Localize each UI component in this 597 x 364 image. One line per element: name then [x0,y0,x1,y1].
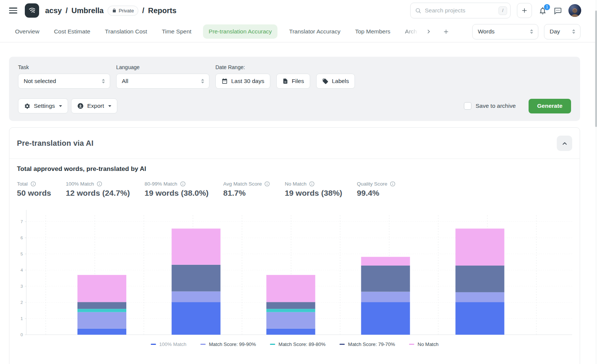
create-project-button[interactable] [517,3,532,18]
caret-down-icon [108,105,111,107]
legend-label: Match Score: 89-80% [279,341,326,347]
breadcrumb-separator: / [66,6,68,15]
chart-section-title: Total approved words, pre-translated by … [17,165,572,173]
info-icon[interactable] [264,181,270,187]
language-filter-value: All [122,78,128,85]
breadcrumb-page: Reports [148,6,177,15]
save-to-archive-checkbox[interactable] [464,102,471,110]
period-select[interactable]: Day [544,24,580,39]
stat-value: 81.7% [223,189,270,198]
top-bar-actions: / 1 [410,3,581,18]
unit-select[interactable]: Words [472,24,538,39]
report-card-title: Pre-translation via AI [17,139,94,148]
breadcrumb: acsy / Umbrella Private / Reports [45,6,176,16]
stat-value: 19 words (38.0%) [144,189,208,198]
date-range-label: Date Range: [215,64,355,70]
task-filter-select[interactable]: Not selected [18,74,110,89]
svg-text:7: 7 [21,219,23,224]
tab-pre-translation-accuracy[interactable]: Pre-translation Accuracy [203,24,277,39]
messages-button[interactable] [553,6,562,15]
stat-avg-match-score: Avg Match Score 81.7% [223,181,270,198]
export-dropdown-button[interactable]: Export [71,98,117,113]
period-select-value: Day [550,28,560,35]
chart-svg: 01234567 [17,207,572,338]
legend-label: No Match [418,341,439,347]
stat-label: 80-99% Match [144,181,177,187]
tab-cost-estimate[interactable]: Cost Estimate [54,28,90,35]
sort-arrows-icon [572,29,576,34]
legend-swatch [200,344,206,345]
hamburger-menu-icon[interactable] [9,8,17,14]
tab-translation-cost[interactable]: Translation Cost [105,28,147,35]
calendar-icon [221,78,228,85]
app-logo[interactable] [25,3,39,18]
tab-archive-truncated[interactable]: Arch [405,28,419,35]
svg-text:4: 4 [21,268,23,272]
tab-translator-accuracy[interactable]: Translator Accuracy [289,28,340,35]
legend-item[interactable]: Match Score: 99-90% [200,341,256,347]
generate-button[interactable]: Generate [529,99,571,113]
settings-dropdown-button[interactable]: Settings [18,98,68,113]
user-avatar[interactable] [568,4,581,17]
info-icon[interactable] [97,181,102,187]
save-to-archive-label: Save to archive [476,103,516,109]
legend-swatch [409,344,414,345]
stat-no-match: No Match 19 words (38%) [285,181,342,198]
breadcrumb-project[interactable]: Umbrella [71,6,104,15]
chevron-up-icon [561,140,568,147]
info-icon[interactable] [390,181,395,187]
notifications-button[interactable]: 1 [538,6,547,15]
stat-value: 19 words (38%) [285,189,342,198]
report-tabs: Overview Cost Estimate Translation Cost … [15,24,419,39]
lock-icon [112,8,117,13]
info-icon[interactable] [30,181,36,187]
task-filter-label: Task [18,64,110,70]
files-filter-button[interactable]: Files [276,74,310,89]
task-filter: Task Not selected [18,64,110,89]
sort-arrows-icon [530,29,533,34]
tag-icon [322,78,329,85]
date-range-button[interactable]: Last 30 days [215,74,270,89]
avatar-silhouette [568,6,581,17]
labels-filter-button[interactable]: Labels [316,74,355,89]
stat-label: Quality Score [357,181,387,187]
svg-text:1: 1 [21,316,23,321]
scrollbar-thumb[interactable] [595,11,597,127]
tab-time-spent[interactable]: Time Spent [162,28,191,35]
date-range-value: Last 30 days [231,78,264,85]
legend-item[interactable]: Match Score: 79-70% [339,341,395,347]
breadcrumb-org[interactable]: acsy [45,6,62,15]
legend-swatch [151,344,156,345]
add-report-tab-button[interactable] [443,29,449,35]
language-filter-select[interactable]: All [116,74,209,89]
search-icon [415,8,421,14]
page-scrollbar[interactable] [595,0,597,364]
export-button-label: Export [87,103,104,109]
language-filter: Language All [116,64,209,89]
notification-count-badge: 1 [544,4,550,10]
legend-item[interactable]: 100% Match [151,341,186,347]
svg-text:6: 6 [21,236,23,240]
legend-swatch [270,344,275,345]
chat-icon [553,6,562,15]
unit-select-value: Words [478,28,495,35]
search-box[interactable]: / [410,3,511,18]
pre-translation-report-card: Pre-translation via AI Total approved wo… [9,127,580,364]
stat-100-match: 100% Match 12 words (24.7%) [66,181,130,198]
legend-label: Match Score: 99-90% [209,341,256,347]
stat-value: 50 words [17,189,51,198]
info-icon[interactable] [309,181,315,187]
legend-swatch [339,344,345,345]
tabs-overflow-button[interactable] [426,29,431,34]
tab-overview[interactable]: Overview [15,28,39,35]
caret-down-icon [59,105,62,107]
tab-top-members[interactable]: Top Members [355,28,390,35]
stat-label: Total [17,181,28,187]
legend-item[interactable]: No Match [409,341,439,347]
search-input[interactable] [425,7,495,14]
info-icon[interactable] [180,181,186,187]
gear-icon [24,103,30,109]
svg-text:2: 2 [21,300,23,305]
collapse-card-button[interactable] [557,136,572,151]
legend-item[interactable]: Match Score: 89-80% [270,341,326,347]
